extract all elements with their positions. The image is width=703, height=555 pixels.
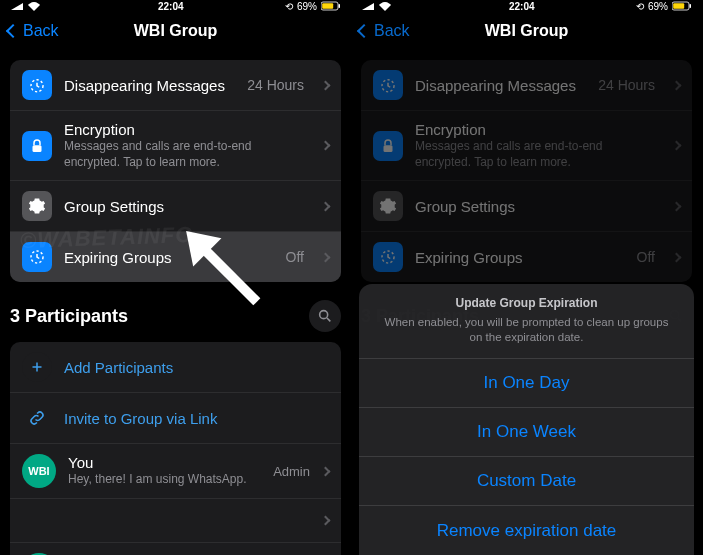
chevron-right-icon <box>672 141 682 151</box>
participant-you-row[interactable]: WBI You Hey, there! I am using WhatsApp.… <box>10 444 341 499</box>
group-settings-label: Group Settings <box>64 198 310 215</box>
encryption-row[interactable]: Encryption Messages and calls are end-to… <box>361 111 692 181</box>
svg-point-6 <box>320 311 328 319</box>
status-time: 22:04 <box>509 1 535 12</box>
plus-icon <box>22 352 52 382</box>
chevron-right-icon <box>321 141 331 151</box>
disappearing-messages-row[interactable]: Disappearing Messages 24 Hours <box>361 60 692 111</box>
expiring-groups-row[interactable]: Expiring Groups Off <box>10 232 341 282</box>
chevron-right-icon <box>321 252 331 262</box>
invite-link-label: Invite to Group via Link <box>64 410 329 427</box>
status-bar: 22:04 ⟲ 69% <box>351 0 702 12</box>
group-settings-row[interactable]: Group Settings <box>361 181 692 232</box>
svg-rect-11 <box>673 3 684 9</box>
participant-empty-row[interactable] <box>10 499 341 543</box>
sheet-description: When enabled, you will be prompted to cl… <box>377 315 676 346</box>
link-icon <box>22 403 52 433</box>
svg-rect-1 <box>322 3 333 9</box>
add-participants-label: Add Participants <box>64 359 329 376</box>
timer-icon <box>373 70 403 100</box>
chevron-left-icon <box>357 24 371 38</box>
status-bar: 22:04 ⟲ 69% <box>0 0 351 12</box>
encryption-sub: Messages and calls are end-to-end encryp… <box>64 139 310 170</box>
option-one-day[interactable]: In One Day <box>359 359 694 408</box>
status-right: ⟲ 69% <box>285 1 341 12</box>
disappearing-value: 24 Hours <box>247 77 304 93</box>
disappearing-messages-row[interactable]: Disappearing Messages 24 Hours <box>10 60 341 111</box>
participants-header: 3 Participants <box>0 282 351 332</box>
chevron-right-icon <box>321 466 331 476</box>
chevron-right-icon <box>672 80 682 90</box>
page-title: WBI Group <box>134 22 218 40</box>
option-remove-expiration[interactable]: Remove expiration date <box>359 506 694 555</box>
admin-badge: Admin <box>273 464 310 479</box>
group-settings-row[interactable]: Group Settings <box>10 181 341 232</box>
svg-rect-14 <box>384 145 393 152</box>
gear-icon <box>22 191 52 221</box>
back-button[interactable]: Back <box>8 22 59 40</box>
add-participants-row[interactable]: Add Participants <box>10 342 341 393</box>
you-status: Hey, there! I am using WhatsApp. <box>68 472 261 488</box>
chevron-right-icon <box>321 80 331 90</box>
expiring-value: Off <box>286 249 304 265</box>
svg-rect-12 <box>690 4 692 8</box>
gear-icon <box>373 191 403 221</box>
status-left <box>361 2 391 11</box>
nav-bar: Back WBI Group <box>351 12 702 50</box>
status-time: 22:04 <box>158 1 184 12</box>
page-title: WBI Group <box>485 22 569 40</box>
sheet-title: Update Group Expiration <box>377 296 676 310</box>
option-one-week[interactable]: In One Week <box>359 408 694 457</box>
expiration-action-sheet: Update Group Expiration When enabled, yo… <box>359 284 694 555</box>
chevron-right-icon <box>321 201 331 211</box>
status-right: ⟲ 69% <box>636 1 692 12</box>
sheet-header: Update Group Expiration When enabled, yo… <box>359 284 694 359</box>
svg-rect-2 <box>339 4 341 8</box>
svg-rect-4 <box>33 145 42 152</box>
expiring-icon <box>22 242 52 272</box>
avatar: WBI <box>22 454 56 488</box>
expiring-label: Expiring Groups <box>64 249 274 266</box>
back-button[interactable]: Back <box>359 22 410 40</box>
you-name: You <box>68 454 261 471</box>
chevron-right-icon <box>672 252 682 262</box>
settings-section: Disappearing Messages 24 Hours Encryptio… <box>10 60 341 282</box>
lock-icon <box>373 131 403 161</box>
participant-wbi-row[interactable]: WBI ~ WBI <box>10 543 341 555</box>
timer-icon <box>22 70 52 100</box>
search-participants-button[interactable] <box>309 300 341 332</box>
chevron-right-icon <box>672 201 682 211</box>
status-left <box>10 2 40 11</box>
participants-section: Add Participants Invite to Group via Lin… <box>10 342 341 555</box>
expiring-groups-row[interactable]: Expiring Groups Off <box>361 232 692 282</box>
disappearing-label: Disappearing Messages <box>64 77 235 94</box>
option-custom-date[interactable]: Custom Date <box>359 457 694 506</box>
nav-bar: Back WBI Group <box>0 12 351 50</box>
invite-link-row[interactable]: Invite to Group via Link <box>10 393 341 444</box>
expiring-icon <box>373 242 403 272</box>
encryption-label: Encryption <box>64 121 310 138</box>
settings-section: Disappearing Messages 24 Hours Encryptio… <box>361 60 692 282</box>
encryption-row[interactable]: Encryption Messages and calls are end-to… <box>10 111 341 181</box>
chevron-right-icon <box>321 516 331 526</box>
chevron-left-icon <box>6 24 20 38</box>
lock-icon <box>22 131 52 161</box>
